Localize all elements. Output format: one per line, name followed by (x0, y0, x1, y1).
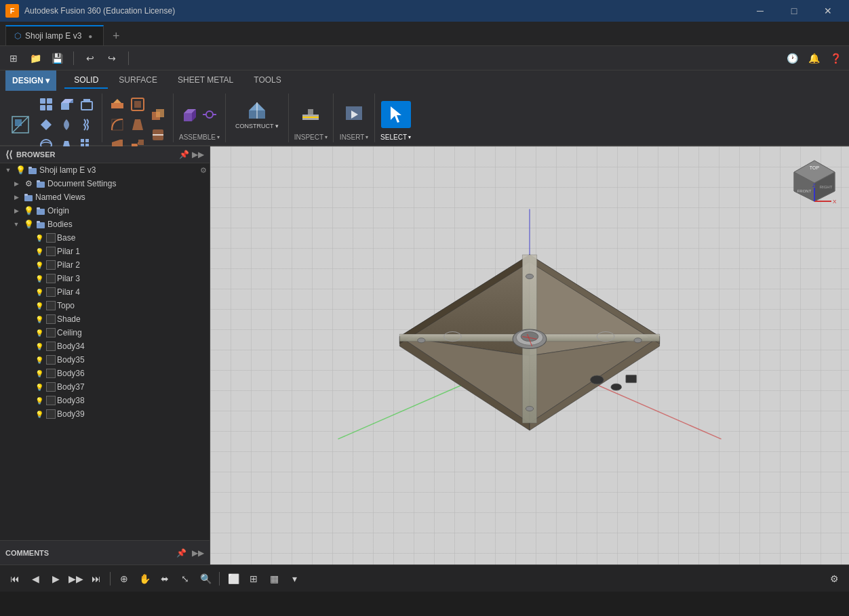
root-visibility-icon[interactable]: 💡 (15, 165, 26, 176)
modify-shell[interactable] (128, 95, 147, 114)
base-checkbox[interactable] (46, 233, 56, 243)
maximize-button[interactable]: □ (778, 0, 810, 22)
origin-visibility-icon[interactable]: 💡 (23, 205, 34, 216)
body38-checkbox[interactable] (46, 396, 56, 405)
browser-body-body38[interactable]: 💡 Body38 (0, 394, 210, 407)
pilar3-visibility-icon[interactable]: 💡 (34, 273, 45, 284)
inspect-main-button[interactable] (296, 101, 325, 128)
body39-visibility-icon[interactable]: 💡 (34, 409, 45, 419)
tab-sheet-metal[interactable]: SHEET METAL (168, 73, 243, 89)
shade-checkbox[interactable] (46, 314, 56, 324)
browser-body-pilar4[interactable]: 💡 Pilar 4 (0, 285, 210, 299)
viewport[interactable]: TOP FRONT RIGHT X Z (210, 146, 849, 564)
body35-visibility-icon[interactable]: 💡 (34, 354, 45, 365)
bodies-expand[interactable]: ▼ (11, 219, 22, 230)
help-button[interactable]: ❓ (827, 50, 844, 66)
browser-body-body37[interactable]: 💡 Body37 (0, 380, 210, 394)
modify-draft[interactable] (128, 115, 147, 134)
select-main-button[interactable] (381, 101, 411, 128)
browser-expand-icon[interactable]: ▶▶ (192, 150, 204, 159)
browser-body-ceiling[interactable]: 💡 Ceiling (0, 326, 210, 340)
pilar2-checkbox[interactable] (46, 260, 56, 270)
create-sketch-button[interactable] (5, 111, 35, 138)
browser-body-body39[interactable]: 💡 Body39 (0, 407, 210, 421)
save-button[interactable]: 💾 (49, 50, 65, 66)
body35-checkbox[interactable] (46, 355, 56, 365)
pilar1-checkbox[interactable] (46, 247, 56, 256)
redo-button[interactable]: ↪ (104, 50, 120, 66)
body36-visibility-icon[interactable]: 💡 (34, 368, 45, 379)
settings-button[interactable]: ⚙ (825, 569, 844, 588)
play-start-button[interactable]: ⏮ (5, 569, 24, 588)
play-next-button[interactable]: ▶▶ (66, 569, 85, 588)
modify-press-pull[interactable] (108, 95, 127, 114)
browser-doc-settings[interactable]: ▶ ⚙ Document Settings (0, 177, 210, 190)
body34-visibility-icon[interactable]: 💡 (34, 341, 45, 352)
pilar4-visibility-icon[interactable]: 💡 (34, 287, 45, 297)
browser-named-views[interactable]: ▶ Named Views (0, 190, 210, 204)
browser-body-body36[interactable]: 💡 Body36 (0, 367, 210, 380)
body36-checkbox[interactable] (46, 369, 56, 378)
play-end-button[interactable]: ⏭ (87, 569, 106, 588)
create-revolve-button[interactable] (57, 115, 76, 134)
body34-checkbox[interactable] (46, 342, 56, 351)
create-thread-button[interactable] (77, 115, 96, 134)
body38-visibility-icon[interactable]: 💡 (34, 395, 45, 406)
open-button[interactable]: 📁 (27, 50, 43, 66)
orbit-button[interactable]: ✋ (135, 569, 154, 588)
comments-expand-icon[interactable]: ▶▶ (192, 548, 204, 558)
pilar4-checkbox[interactable] (46, 287, 56, 297)
bodies-visibility-icon[interactable]: 💡 (23, 219, 34, 230)
tab-close-button[interactable]: ● (85, 31, 95, 41)
browser-body-pilar1[interactable]: 💡 Pilar 1 (0, 245, 210, 258)
tab-solid[interactable]: SOLID (64, 73, 108, 89)
fit-button[interactable]: ⤡ (176, 569, 195, 588)
browser-body-base[interactable]: 💡 Base (0, 231, 210, 245)
browser-body-pilar3[interactable]: 💡 Pilar 3 (0, 272, 210, 285)
insert-main-button[interactable] (339, 101, 369, 128)
play-prev-button[interactable]: ◀ (26, 569, 45, 588)
construct-main-button[interactable]: CONSTRUCT ▾ (231, 97, 283, 132)
pilar1-visibility-icon[interactable]: 💡 (34, 246, 45, 257)
create-form-button[interactable] (37, 95, 56, 114)
browser-collapse-icon[interactable]: ⟨⟨ (5, 149, 12, 160)
browser-body-body34[interactable]: 💡 Body34 (0, 340, 210, 353)
tab-surface[interactable]: SURFACE (109, 73, 167, 89)
display-mode-button[interactable]: ⬜ (224, 569, 243, 588)
tab-tools[interactable]: TOOLS (244, 73, 290, 89)
create-solid-button[interactable] (37, 115, 56, 134)
create-extrude-button[interactable] (57, 95, 76, 114)
grid-view-button[interactable]: ⊞ (5, 50, 22, 66)
history-button[interactable]: 🕐 (784, 50, 800, 66)
new-tab-button[interactable]: + (106, 26, 125, 45)
modify-fillet[interactable] (108, 115, 127, 134)
design-button[interactable]: DESIGN ▾ (5, 70, 56, 91)
browser-body-pilar2[interactable]: 💡 Pilar 2 (0, 258, 210, 272)
doc-settings-expand[interactable]: ▶ (11, 178, 22, 189)
grid-button[interactable]: ⊞ (244, 569, 263, 588)
body37-checkbox[interactable] (46, 382, 56, 392)
assemble-joint[interactable] (200, 105, 219, 124)
shade-visibility-icon[interactable]: 💡 (34, 314, 45, 325)
base-visibility-icon[interactable]: 💡 (34, 232, 45, 243)
pilar3-checkbox[interactable] (46, 274, 56, 283)
document-tab[interactable]: ⬡ Shoji lamp E v3 ● (5, 25, 104, 45)
browser-bodies[interactable]: ▼ 💡 Bodies (0, 218, 210, 231)
origin-expand[interactable]: ▶ (11, 205, 22, 216)
pan-button[interactable]: ⊕ (115, 569, 134, 588)
play-button[interactable]: ▶ (46, 569, 65, 588)
comments-pin-icon[interactable]: 📌 (176, 548, 186, 558)
minimize-button[interactable]: ─ (745, 0, 776, 22)
browser-body-body35[interactable]: 💡 Body35 (0, 353, 210, 367)
ceiling-checkbox[interactable] (46, 328, 56, 337)
zoom-button[interactable]: ⬌ (155, 569, 174, 588)
visual-style-button[interactable]: ▦ (264, 569, 283, 588)
modify-combine[interactable] (149, 105, 167, 124)
close-button[interactable]: ✕ (812, 0, 844, 22)
orientation-cube[interactable]: TOP FRONT RIGHT X Z (791, 157, 838, 205)
root-expand-icon[interactable]: ▼ (3, 165, 14, 176)
browser-body-topo[interactable]: 💡 Topo (0, 299, 210, 312)
topo-visibility-icon[interactable]: 💡 (34, 300, 45, 311)
assemble-new-component[interactable] (180, 105, 199, 124)
root-settings-icon[interactable]: ⚙ (200, 166, 207, 175)
